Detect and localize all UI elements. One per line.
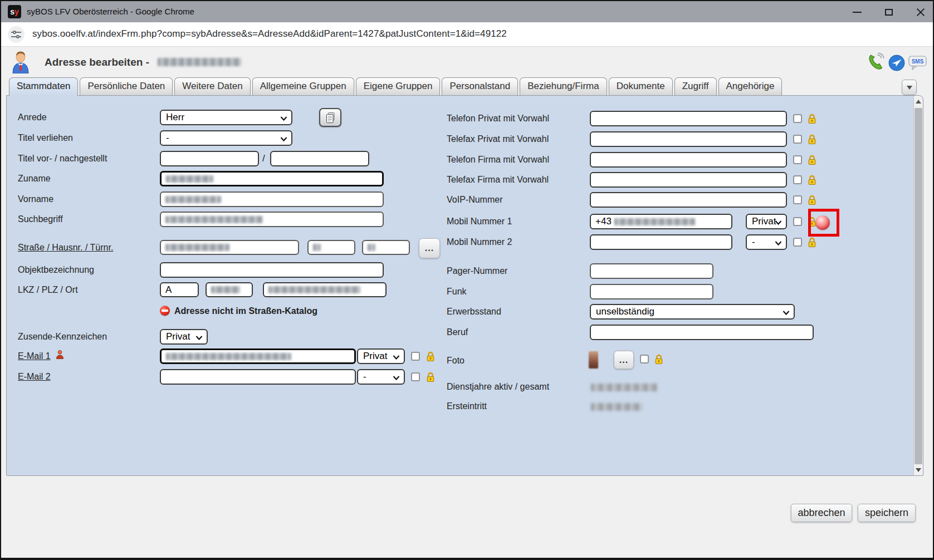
- tab-beziehung-firma[interactable]: Beziehung/Firma: [520, 77, 607, 95]
- strasse-input[interactable]: [160, 240, 299, 255]
- voip-input[interactable]: [590, 192, 787, 208]
- email1-type-value: Privat: [363, 351, 387, 362]
- mobil1-type-value: Privat: [752, 216, 776, 227]
- browser-window: sy syBOS LFV Oberösterreich - Google Chr…: [0, 0, 934, 560]
- telefon-firma-input[interactable]: [590, 152, 787, 168]
- suchbegriff-label: Suchbegriff: [18, 214, 63, 224]
- zusende-kennzeichen-select[interactable]: Privat: [160, 329, 208, 345]
- mobil1-input[interactable]: +43: [590, 214, 732, 229]
- maximize-button[interactable]: [879, 6, 898, 19]
- foto-browse-button[interactable]: ...: [614, 351, 634, 369]
- email1-checkbox[interactable]: [411, 352, 420, 361]
- phone-icon: [866, 52, 885, 71]
- tab-personalstand[interactable]: Personalstand: [442, 77, 518, 95]
- site-settings-button[interactable]: [8, 26, 25, 43]
- vorname-input[interactable]: [160, 191, 384, 207]
- ort-input[interactable]: [263, 282, 387, 297]
- sms-button[interactable]: SMS: [908, 56, 927, 73]
- tab-dokumente[interactable]: Dokumente: [609, 77, 673, 95]
- suchbegriff-input[interactable]: [160, 212, 384, 227]
- telefax-firma-input[interactable]: [590, 172, 787, 188]
- titel-verliehen-label: Titel verliehen: [18, 133, 73, 143]
- minimize-button[interactable]: [848, 6, 867, 19]
- telefon-firma-checkbox[interactable]: [793, 155, 802, 164]
- redacted-person-name: [158, 58, 241, 66]
- person-avatar-icon: [10, 50, 31, 73]
- tab-angehoerige[interactable]: Angehörige: [718, 77, 783, 95]
- save-button[interactable]: speichern: [858, 504, 916, 522]
- titel-vorgestellt-input[interactable]: [160, 151, 259, 166]
- plz-input[interactable]: [206, 282, 253, 297]
- titel-separator: /: [262, 153, 265, 164]
- url-text[interactable]: sybos.ooelfv.at/indexFrm.php?comp=sybAdr…: [32, 28, 507, 40]
- telefax-privat-input[interactable]: [590, 131, 787, 147]
- email2-label[interactable]: E-Mail 2: [18, 372, 51, 382]
- chevron-down-icon: [280, 116, 287, 121]
- close-button[interactable]: [911, 6, 930, 19]
- strasse-browse-button[interactable]: ...: [419, 238, 440, 258]
- tab-persoenliche-daten[interactable]: Persönliche Daten: [80, 77, 173, 95]
- anrede-select[interactable]: Herr: [160, 110, 292, 125]
- vertical-scrollbar[interactable]: [913, 96, 923, 475]
- tuernr-input[interactable]: [362, 240, 410, 255]
- tab-overflow-button[interactable]: [902, 80, 917, 95]
- lock-icon: [807, 114, 817, 124]
- funk-input[interactable]: [590, 284, 713, 299]
- pager-label: Pager-Nummer: [447, 266, 507, 276]
- telefon-privat-input[interactable]: [590, 111, 787, 126]
- app-icon-letter-s: s: [10, 7, 14, 16]
- pager-input[interactable]: [590, 263, 713, 279]
- email1-input[interactable]: [160, 348, 356, 364]
- scrollbar-thumb[interactable]: [915, 108, 922, 464]
- redacted-plz: [211, 286, 240, 293]
- tab-eigene-gruppen[interactable]: Eigene Gruppen: [356, 77, 441, 95]
- strasse-label[interactable]: Straße / Hausnr. / Türnr.: [18, 243, 113, 253]
- email2-checkbox[interactable]: [411, 372, 420, 381]
- email2-input[interactable]: [160, 369, 356, 385]
- telefon-privat-checkbox[interactable]: [793, 114, 802, 123]
- foto-checkbox[interactable]: [640, 355, 649, 363]
- telefon-firma-label: Telefon Firma mit Vorwahl: [447, 155, 549, 165]
- erwerbsstand-select[interactable]: unselbständig: [590, 304, 795, 320]
- strassen-katalog-warning: Adresse nicht im Straßen-Katalog: [174, 306, 317, 316]
- lkz-input[interactable]: [160, 282, 199, 297]
- funk-label: Funk: [447, 287, 467, 297]
- zusende-kennzeichen-value: Privat: [166, 331, 190, 342]
- redacted-dienstjahre-value: [591, 384, 658, 391]
- mobil2-type-select[interactable]: -: [746, 234, 787, 250]
- call-button[interactable]: [866, 52, 885, 73]
- mobil1-checkbox[interactable]: [793, 217, 802, 226]
- send-message-button[interactable]: [888, 55, 905, 73]
- voip-checkbox[interactable]: [793, 195, 802, 204]
- scroll-up-button[interactable]: [914, 96, 923, 107]
- scroll-down-button[interactable]: [914, 464, 923, 475]
- objektbezeichnung-input[interactable]: [160, 262, 384, 278]
- mobil2-input[interactable]: [590, 234, 732, 250]
- redacted-foto-thumbnail: [589, 351, 598, 369]
- email2-type-select[interactable]: -: [357, 369, 405, 385]
- titel-verliehen-select[interactable]: -: [160, 130, 292, 146]
- email1-label[interactable]: E-Mail 1: [18, 351, 51, 361]
- cancel-button[interactable]: abbrechen: [791, 504, 852, 522]
- tab-stammdaten[interactable]: Stammdaten: [9, 77, 78, 96]
- chevron-down-icon: [775, 241, 782, 245]
- zuname-input[interactable]: [160, 171, 384, 186]
- telefax-firma-label: Telefax Firma mit Vorwahl: [447, 175, 549, 185]
- hausnr-input[interactable]: [307, 240, 355, 255]
- tab-zugriff[interactable]: Zugriff: [674, 77, 717, 95]
- titel-nachgestellt-input[interactable]: [270, 151, 369, 166]
- alarm-status-icon[interactable]: [815, 215, 830, 230]
- triangle-down-icon: [916, 468, 921, 472]
- anrede-list-button[interactable]: [319, 108, 341, 127]
- mobil1-type-select[interactable]: Privat: [746, 214, 787, 229]
- telefax-firma-checkbox[interactable]: [793, 175, 802, 184]
- tab-weitere-daten[interactable]: Weitere Daten: [174, 77, 250, 95]
- mobil2-checkbox[interactable]: [793, 238, 802, 247]
- lkz-plz-ort-label: LKZ / PLZ / Ort: [18, 285, 78, 295]
- telefon-privat-label: Telefon Privat mit Vorwahl: [447, 114, 549, 124]
- telefax-privat-checkbox[interactable]: [793, 135, 802, 144]
- beruf-input[interactable]: [590, 325, 814, 340]
- tab-allgemeine-gruppen[interactable]: Allgemeine Gruppen: [252, 77, 354, 95]
- window-title: syBOS LFV Oberösterreich - Google Chrome: [27, 7, 194, 16]
- email1-type-select[interactable]: Privat: [357, 348, 405, 364]
